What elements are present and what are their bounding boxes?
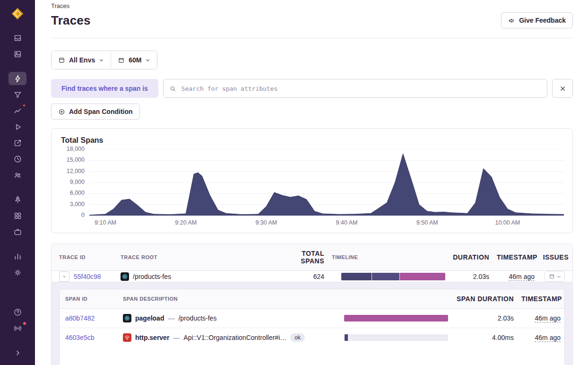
- briefcase-icon: [13, 227, 22, 236]
- users-icon: [13, 171, 22, 180]
- grid-icon: [13, 211, 22, 220]
- megaphone-icon: [508, 17, 515, 24]
- span-search[interactable]: [163, 79, 547, 98]
- trace-timestamp[interactable]: 46m ago: [509, 273, 535, 280]
- diamond-logo-icon: [11, 8, 24, 20]
- org-logo[interactable]: [11, 8, 24, 20]
- calendar-icon: [118, 57, 125, 64]
- sidebar-footer: [0, 305, 35, 359]
- sidebar-item-insights[interactable]: [9, 104, 26, 117]
- gear-icon: [13, 268, 22, 277]
- line-chart-icon: [13, 106, 22, 115]
- sidebar-item-quick-start[interactable]: [9, 193, 26, 206]
- bar-chart-icon: [13, 252, 22, 261]
- issues-icon: [549, 273, 555, 279]
- window-icon: [58, 57, 65, 64]
- add-span-condition-button[interactable]: Add Span Condition: [51, 104, 140, 120]
- search-icon: [169, 85, 176, 92]
- sidebar-item-history[interactable]: [9, 152, 26, 165]
- arrow-out-icon: [13, 139, 22, 148]
- environment-filter-label: All Envs: [69, 56, 95, 64]
- trace-root-label: /products-fes: [133, 273, 171, 280]
- help-icon: [13, 308, 22, 317]
- column-header-issues: ISSUES: [538, 248, 572, 267]
- span-description: /products-fes: [178, 314, 216, 322]
- sidebar-item-whats-new[interactable]: [9, 322, 26, 335]
- sidebar-item-teams[interactable]: [9, 168, 26, 182]
- broadcast-icon: [13, 324, 22, 333]
- span-search-input[interactable]: [181, 85, 541, 93]
- timeline-segment: [341, 273, 372, 280]
- issues-count: –: [557, 273, 561, 280]
- environment-filter[interactable]: All Envs: [52, 51, 111, 69]
- span-duration: 4.00ms: [448, 334, 518, 341]
- sidebar-item-explore[interactable]: [9, 72, 26, 85]
- span-timestamp[interactable]: 46m ago: [535, 314, 561, 322]
- traces-table: TRACE ID TRACE ROOT TOTAL SPANS TIMELINE…: [51, 243, 573, 365]
- sidebar: [0, 0, 35, 365]
- span-duration: 2.03s: [448, 314, 518, 322]
- span-timeline-bar: [344, 315, 448, 322]
- page-header: Traces Give Feedback: [51, 9, 573, 38]
- trace-timeline-bar: [341, 273, 445, 280]
- span-search-row: Find traces where a span is: [51, 79, 573, 98]
- issues-cell[interactable]: –: [545, 271, 565, 282]
- chevron-down-icon: [62, 274, 66, 279]
- sidebar-item-replays[interactable]: [9, 120, 26, 133]
- span-id-link[interactable]: a80b7482: [65, 314, 95, 322]
- column-header-timestamp: TIMESTAMP: [493, 248, 538, 267]
- chevron-down-icon: [99, 58, 104, 63]
- column-header-span-timestamp: TIMESTAMP: [518, 289, 564, 308]
- sidebar-item-settings[interactable]: [9, 266, 26, 279]
- notification-dot: [22, 321, 27, 326]
- sidebar-item-dashboards[interactable]: [9, 209, 26, 222]
- span-table: SPAN ID SPAN DESCRIPTION SPAN DURATION T…: [59, 289, 565, 365]
- sidebar-item-stats[interactable]: [9, 250, 26, 263]
- collapse-trace-button[interactable]: [59, 271, 69, 282]
- separator: —: [173, 334, 180, 341]
- sidebar-item-help[interactable]: [9, 305, 26, 319]
- span-id-link[interactable]: 4603e5cb: [65, 334, 95, 341]
- timeline-segment: [344, 315, 448, 322]
- sidebar-item-releases[interactable]: [9, 136, 26, 149]
- total-spans-value: 624: [281, 273, 328, 280]
- sidebar-collapse-button[interactable]: [9, 346, 26, 359]
- page-title: Traces: [51, 13, 91, 28]
- lightning-icon: [13, 74, 22, 83]
- chevron-down-icon: [145, 58, 150, 63]
- sidebar-item-issues[interactable]: [9, 31, 26, 44]
- timeline-segment: [372, 273, 399, 280]
- notification-dot: [22, 104, 26, 107]
- clear-search-button[interactable]: [552, 79, 573, 98]
- span-table-header: SPAN ID SPAN DESCRIPTION SPAN DURATION T…: [60, 289, 564, 309]
- total-spans-plot: [89, 149, 564, 216]
- trace-row: 55f40c98 /products-fes 624 2.03s 46m ago: [52, 271, 572, 282]
- column-header-span-timeline: [340, 293, 448, 304]
- span-operation: pageload: [135, 314, 164, 322]
- date-range-filter-label: 60M: [129, 56, 141, 64]
- breadcrumb[interactable]: Traces: [51, 0, 573, 9]
- trace-id-link[interactable]: 55f40c98: [74, 273, 101, 280]
- trace-duration: 2.03s: [449, 273, 493, 280]
- sidebar-nav: [0, 31, 35, 279]
- give-feedback-button[interactable]: Give Feedback: [501, 12, 573, 28]
- feedback-label: Give Feedback: [519, 17, 566, 24]
- span-row: a80b7482 pageload — /products-fes: [60, 309, 564, 328]
- filter-icon: [13, 90, 22, 99]
- span-description: Api::V1::OrganizationController#i…: [183, 334, 286, 341]
- sidebar-item-organization[interactable]: [9, 225, 26, 238]
- sidebar-item-filter[interactable]: [9, 88, 26, 101]
- react-project-icon: [121, 272, 129, 281]
- sidebar-item-projects[interactable]: [9, 47, 26, 61]
- close-icon: [559, 85, 566, 92]
- span-timestamp[interactable]: 46m ago: [535, 334, 561, 341]
- span-row: 4603e5cb http.server — Api::V1::Organiza…: [60, 328, 564, 347]
- chart-y-axis: 03,0006,0009,00012,00015,00018,000: [60, 149, 89, 216]
- chart-title: Total Spans: [61, 136, 564, 145]
- total-spans-chart: Total Spans 03,0006,0009,00012,00015,000…: [51, 128, 573, 233]
- date-range-filter[interactable]: 60M: [111, 51, 157, 69]
- column-header-span-description: SPAN DESCRIPTION: [119, 290, 340, 307]
- rocket-icon: [13, 195, 22, 204]
- react-platform-icon: [123, 314, 131, 322]
- span-timeline-bar: [344, 334, 448, 341]
